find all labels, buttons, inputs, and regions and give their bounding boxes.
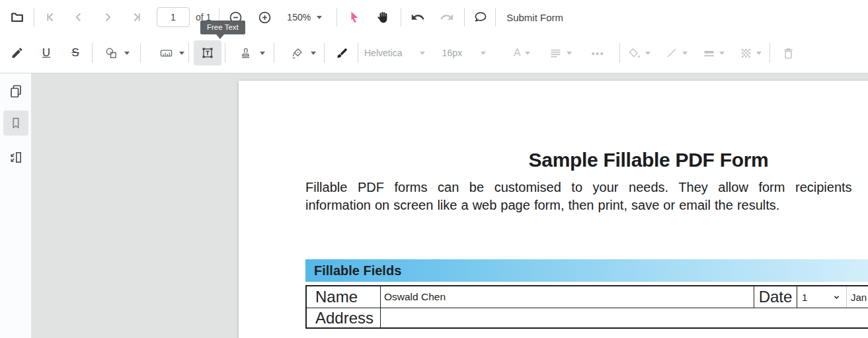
chevron-down-icon	[179, 52, 184, 55]
chevron-down-icon	[420, 52, 425, 55]
undo-button[interactable]	[405, 4, 431, 30]
submit-form-button[interactable]: Submit Form	[506, 12, 563, 23]
strikeout-tool-button[interactable]: S	[63, 41, 87, 65]
undo-icon	[411, 10, 425, 24]
text-align-dropdown[interactable]	[549, 46, 572, 60]
divider	[464, 8, 465, 26]
bookmarks-panel-button[interactable]	[3, 110, 28, 136]
zoom-in-icon	[257, 10, 272, 25]
date-day-select[interactable]: 1	[797, 286, 847, 308]
divider	[336, 8, 337, 26]
comment-bubble-icon	[473, 10, 488, 24]
toolbar-row-main: of 1 150%	[0, 0, 868, 34]
fill-color-dropdown[interactable]	[628, 46, 651, 60]
first-page-button[interactable]	[37, 4, 63, 30]
ruler-icon-button[interactable]	[154, 41, 178, 65]
address-field[interactable]	[381, 308, 868, 327]
date-month-select[interactable]: Jan	[847, 286, 868, 308]
document-viewer[interactable]: Sample Fillable PDF Form Fillable PDF fo…	[32, 73, 868, 338]
fillable-fields-table: Name Oswald Chen Date 1 Jan	[305, 285, 868, 329]
signature-tool-dropdown[interactable]	[285, 41, 316, 65]
thumbnails-panel-button[interactable]	[3, 79, 28, 104]
menu-button[interactable]	[4, 4, 30, 30]
more-options-button[interactable]: •••	[586, 41, 610, 65]
stamp-icon-button[interactable]	[233, 41, 257, 65]
stroke-thickness-dropdown[interactable]	[702, 46, 725, 60]
document-title: Sample Fillable PDF Form	[239, 149, 868, 171]
name-label: Name	[307, 288, 358, 306]
chevron-down-icon	[124, 52, 130, 55]
zoom-level-value: 150%	[287, 12, 311, 22]
layers-icon	[8, 149, 24, 165]
section-header-text: Fillable Fields	[305, 263, 401, 278]
signature-pen-icon	[290, 46, 304, 60]
style-brush-button[interactable]	[330, 41, 354, 65]
cursor-arrow-icon	[347, 10, 362, 24]
ellipsis-icon: •••	[592, 48, 605, 58]
chevron-down-icon	[317, 16, 322, 19]
last-page-icon	[130, 10, 144, 24]
divider	[401, 8, 401, 26]
zoom-in-button[interactable]	[251, 4, 278, 30]
text-color-icon: A	[514, 47, 521, 59]
pencil-icon	[11, 46, 24, 60]
date-label-cell: Date	[754, 286, 797, 308]
pages-icon	[8, 83, 24, 99]
name-label-cell: Name	[307, 286, 381, 308]
freehand-pen-button[interactable]	[5, 41, 29, 65]
divider	[619, 43, 620, 63]
comments-button[interactable]	[467, 4, 494, 30]
zoom-level-dropdown[interactable]: 150%	[287, 12, 322, 22]
align-left-icon	[549, 46, 563, 60]
text-color-dropdown[interactable]: A	[514, 47, 530, 59]
pdf-page: Sample Fillable PDF Form Fillable PDF fo…	[239, 81, 868, 338]
divider	[358, 43, 358, 63]
redo-button[interactable]	[434, 4, 460, 30]
stamp-icon	[239, 46, 253, 60]
chevron-down-icon	[311, 52, 316, 55]
underline-tool-button[interactable]: U	[34, 41, 58, 65]
divider	[324, 43, 325, 63]
trash-icon	[781, 46, 795, 60]
shapes-tool-dropdown[interactable]	[99, 41, 130, 65]
bookmark-icon	[8, 115, 24, 131]
divider	[188, 43, 189, 63]
font-size-dropdown[interactable]: 16px	[442, 48, 486, 58]
layers-panel-button[interactable]	[3, 145, 28, 170]
divider	[34, 8, 34, 26]
chevron-down-icon	[525, 52, 530, 55]
document-paragraph-line2: information on screen like a web page fo…	[305, 198, 779, 213]
brush-icon	[335, 46, 349, 60]
shapes-icon-button[interactable]	[99, 41, 123, 65]
name-field[interactable]: Oswald Chen	[381, 286, 754, 308]
select-tool-button[interactable]	[341, 4, 368, 30]
pan-tool-button[interactable]	[370, 4, 397, 30]
stroke-color-dropdown[interactable]	[665, 46, 688, 60]
divider	[92, 43, 93, 63]
delete-annotation-button[interactable]	[777, 41, 801, 65]
divider	[769, 43, 770, 63]
free-text-icon	[200, 46, 215, 60]
folder-icon	[10, 10, 24, 24]
previous-page-button[interactable]	[65, 4, 92, 30]
opacity-pattern-icon	[739, 46, 753, 60]
stamp-tool-dropdown[interactable]	[233, 41, 265, 65]
document-paragraph-line1: Fillable PDF forms can be customised to …	[305, 180, 852, 195]
shapes-icon	[104, 46, 118, 60]
first-page-icon	[43, 10, 58, 24]
thickness-icon	[702, 46, 716, 60]
address-label-cell: Address	[307, 308, 381, 327]
opacity-dropdown[interactable]	[739, 46, 762, 60]
measure-tool-dropdown[interactable]	[154, 41, 184, 65]
next-page-button[interactable]	[95, 4, 121, 30]
last-page-button[interactable]	[124, 4, 150, 30]
address-label: Address	[307, 309, 374, 327]
name-field-value: Oswald Chen	[381, 291, 446, 303]
section-header-bar: Fillable Fields	[305, 259, 868, 282]
font-family-dropdown[interactable]: Helvetica	[364, 48, 425, 58]
page-number-input[interactable]	[157, 7, 190, 27]
chevron-down-icon	[260, 52, 265, 55]
signature-icon-button[interactable]	[285, 41, 309, 65]
free-text-tool-button[interactable]	[194, 40, 221, 65]
left-panel-tabs	[0, 73, 32, 338]
